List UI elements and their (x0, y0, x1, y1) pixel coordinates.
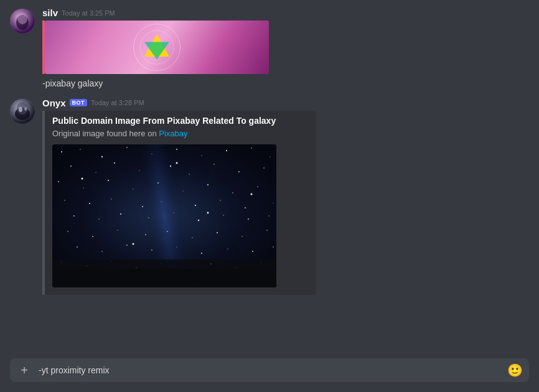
message-group-onyx: Onyx BOT Today at 3:28 PM Public Domain … (0, 95, 539, 297)
svg-point-32 (133, 189, 133, 189)
message-content-onyx: Onyx BOT Today at 3:28 PM Public Domain … (42, 98, 529, 295)
svg-point-27 (238, 171, 240, 172)
svg-point-34 (182, 190, 183, 191)
svg-point-61 (192, 237, 192, 238)
username-silv: silv (42, 7, 58, 18)
svg-point-38 (64, 200, 65, 201)
svg-point-60 (167, 231, 168, 232)
svg-point-35 (207, 184, 209, 185)
svg-point-25 (189, 174, 190, 175)
svg-point-2 (17, 13, 27, 24)
svg-point-51 (173, 212, 174, 213)
message-content-silv: silv Today at 3:25 PM (42, 7, 529, 90)
svg-point-15 (176, 149, 177, 150)
svg-point-53 (223, 215, 223, 215)
svg-point-42 (161, 201, 161, 202)
svg-point-54 (248, 218, 249, 220)
timestamp-silv: Today at 3:25 PM (62, 9, 115, 17)
svg-point-21 (95, 172, 96, 172)
svg-point-40 (111, 198, 111, 199)
add-attachment-button[interactable]: + (15, 361, 34, 380)
top-image-wrapper (45, 21, 269, 74)
avatar-silv (10, 9, 35, 34)
chat-input[interactable] (39, 363, 500, 377)
svg-point-19 (270, 156, 270, 157)
input-wrapper: + 🙂 (10, 358, 529, 382)
top-image-inner (45, 21, 269, 74)
input-area: + 🙂 (0, 358, 539, 392)
svg-point-30 (83, 187, 83, 188)
svg-point-29 (58, 181, 59, 182)
svg-point-97 (207, 212, 209, 213)
message-header-silv: silv Today at 3:25 PM (42, 7, 529, 18)
svg-point-41 (142, 206, 143, 207)
chat-area: silv Today at 3:25 PM (0, 0, 539, 358)
avatar-onyx (10, 99, 35, 124)
svg-point-31 (108, 180, 109, 181)
message-header-onyx: Onyx BOT Today at 3:28 PM (42, 98, 529, 108)
svg-point-71 (227, 248, 228, 249)
svg-point-62 (217, 232, 218, 233)
svg-point-72 (252, 251, 253, 252)
bot-badge: BOT (70, 99, 88, 106)
message-group-silv: silv Today at 3:25 PM (0, 5, 539, 93)
pixabay-top-image (45, 21, 269, 74)
svg-point-69 (176, 246, 177, 247)
svg-point-55 (268, 215, 270, 217)
silv-message-text: -pixabay galaxy (42, 78, 529, 90)
embed-container: Public Domain Image From Pixabay Related… (42, 111, 316, 295)
svg-rect-99 (52, 269, 276, 287)
svg-point-93 (82, 177, 83, 179)
svg-point-68 (151, 250, 152, 251)
embed-desc-middle: on (148, 129, 159, 138)
triangle-bottom (144, 42, 169, 60)
svg-point-66 (101, 251, 102, 251)
svg-point-63 (241, 236, 243, 237)
galaxy-svg (52, 144, 276, 287)
svg-point-36 (232, 192, 233, 194)
svg-point-45 (245, 207, 246, 208)
svg-point-70 (201, 253, 202, 254)
svg-point-11 (80, 149, 80, 149)
svg-point-56 (67, 231, 68, 231)
svg-point-13 (126, 147, 128, 148)
svg-point-26 (213, 164, 214, 164)
svg-point-65 (77, 246, 78, 248)
svg-point-47 (73, 215, 75, 217)
svg-point-73 (273, 246, 274, 248)
svg-point-43 (195, 205, 196, 206)
svg-point-94 (176, 162, 178, 164)
embed-galaxy-image (52, 144, 309, 287)
svg-point-28 (263, 167, 265, 169)
svg-point-7 (24, 107, 27, 111)
svg-point-49 (120, 213, 121, 215)
svg-point-33 (157, 182, 159, 184)
embed-description: Original image found here on Pixabay (52, 128, 309, 139)
svg-point-59 (145, 234, 146, 235)
svg-point-64 (266, 230, 267, 230)
svg-point-14 (151, 153, 152, 154)
svg-point-6 (19, 107, 22, 112)
svg-point-24 (170, 166, 171, 167)
svg-point-52 (198, 220, 199, 221)
svg-point-16 (201, 155, 202, 156)
svg-point-23 (139, 170, 139, 170)
pixabay-link[interactable]: Pixabay (159, 129, 187, 138)
timestamp-onyx: Today at 3:28 PM (91, 99, 144, 106)
embed-desc-prefix: Original image found here (52, 129, 146, 138)
svg-point-10 (61, 151, 62, 152)
svg-point-96 (133, 243, 134, 245)
svg-point-39 (89, 203, 90, 204)
svg-point-48 (98, 218, 99, 219)
svg-point-67 (126, 245, 128, 246)
svg-point-50 (148, 217, 149, 218)
embed-title: Public Domain Image From Pixabay Related… (52, 116, 309, 126)
svg-point-46 (273, 202, 273, 203)
svg-point-12 (101, 156, 103, 157)
svg-point-44 (220, 200, 220, 200)
svg-point-37 (257, 186, 258, 187)
top-image-container (42, 21, 269, 74)
svg-point-18 (251, 147, 252, 149)
emoji-icon: 🙂 (507, 363, 523, 378)
emoji-button[interactable]: 🙂 (505, 361, 524, 380)
